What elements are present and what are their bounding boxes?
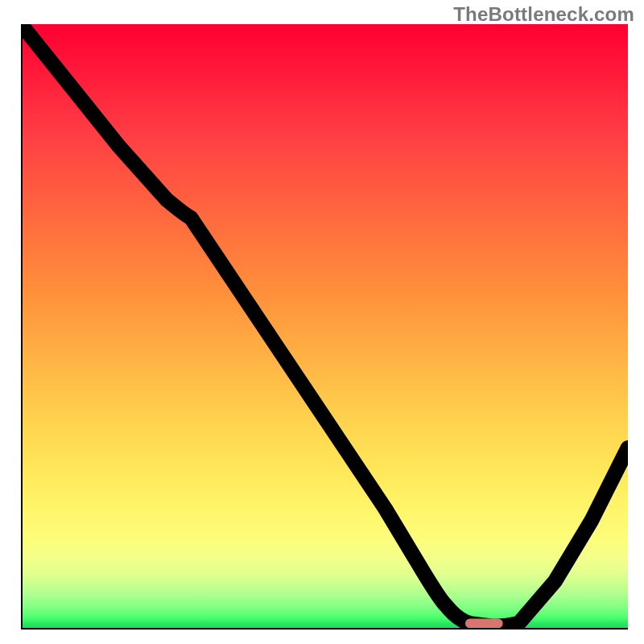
- chart-container: TheBottleneck.com: [0, 0, 644, 644]
- watermark-text: TheBottleneck.com: [453, 3, 634, 26]
- plot-area: [21, 24, 628, 630]
- axes-overlay: [21, 24, 628, 630]
